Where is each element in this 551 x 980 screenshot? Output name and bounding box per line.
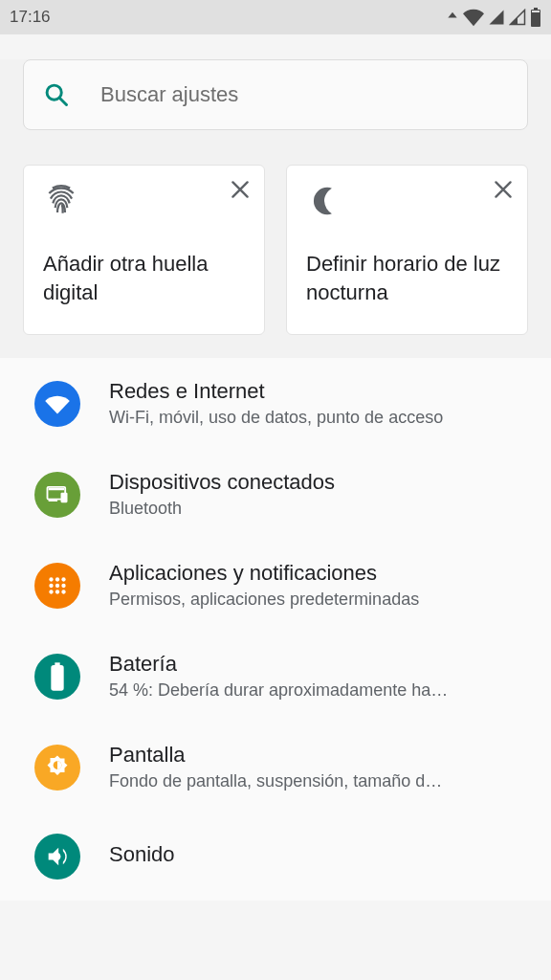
setting-subtitle: 54 %: Debería durar aproximadamente ha… (109, 680, 528, 701)
sound-icon (44, 843, 71, 870)
svg-rect-16 (51, 665, 63, 691)
svg-point-14 (61, 590, 65, 593)
devices-icon-bg (34, 472, 80, 518)
svg-point-10 (55, 583, 59, 587)
close-icon[interactable] (228, 177, 253, 202)
setting-battery[interactable]: Batería 54 %: Debería durar aproximadame… (0, 631, 551, 722)
battery-icon-bg (34, 654, 80, 700)
svg-point-13 (55, 590, 59, 593)
search-settings[interactable]: Buscar ajustes (23, 59, 528, 130)
setting-title: Sonido (109, 842, 528, 867)
battery-icon (50, 662, 65, 691)
svg-point-12 (49, 590, 53, 593)
suggestion-add-fingerprint[interactable]: Añadir otra huella digital (23, 165, 265, 335)
brightness-icon (43, 753, 72, 782)
setting-title: Aplicaciones y notificaciones (109, 561, 528, 586)
settings-list: Redes e Internet Wi-Fi, móvil, uso de da… (0, 358, 551, 901)
svg-rect-15 (55, 662, 59, 665)
svg-point-9 (49, 583, 53, 587)
apps-icon-bg (34, 563, 80, 609)
fingerprint-icon (43, 183, 79, 219)
setting-network[interactable]: Redes e Internet Wi-Fi, móvil, uso de da… (0, 358, 551, 449)
signal-2-icon (509, 9, 526, 26)
setting-subtitle: Wi-Fi, móvil, uso de datos, punto de acc… (109, 408, 528, 428)
setting-subtitle: Permisos, aplicaciones predeterminadas (109, 590, 528, 610)
search-placeholder: Buscar ajustes (100, 82, 238, 107)
wifi-status-icon (463, 7, 484, 28)
wifi-icon (44, 390, 71, 417)
settings-header-area: Buscar ajustes Añadir otra huella digita… (0, 59, 551, 358)
setting-title: Redes e Internet (109, 379, 528, 404)
card-title: Añadir otra huella digital (43, 250, 245, 306)
setting-subtitle: Fondo de pantalla, suspensión, tamaño d… (109, 771, 528, 791)
data-up-icon (446, 11, 459, 24)
setting-connected-devices[interactable]: Dispositivos conectados Bluetooth (0, 449, 551, 540)
svg-rect-2 (532, 11, 540, 12)
svg-point-11 (61, 583, 65, 587)
card-title: Definir horario de luz nocturna (306, 250, 508, 306)
setting-title: Batería (109, 652, 528, 677)
svg-line-4 (60, 99, 67, 105)
svg-point-6 (49, 577, 53, 581)
setting-title: Dispositivos conectados (109, 470, 528, 495)
network-icon-bg (34, 381, 80, 427)
setting-display[interactable]: Pantalla Fondo de pantalla, suspensión, … (0, 722, 551, 813)
setting-sound[interactable]: Sonido (0, 813, 551, 901)
svg-point-7 (55, 577, 59, 581)
display-icon-bg (34, 745, 80, 791)
setting-subtitle: Bluetooth (109, 499, 528, 519)
moon-icon (306, 183, 342, 219)
setting-title: Pantalla (109, 743, 528, 768)
sound-icon-bg (34, 834, 80, 880)
search-icon (43, 81, 70, 108)
close-icon[interactable] (491, 177, 516, 202)
apps-grid-icon (45, 573, 70, 598)
status-icons (446, 7, 541, 28)
suggestion-night-light[interactable]: Definir horario de luz nocturna (286, 165, 528, 335)
devices-icon (44, 481, 71, 508)
suggestion-cards: Añadir otra huella digital Definir horar… (23, 165, 528, 335)
setting-apps-notifications[interactable]: Aplicaciones y notificaciones Permisos, … (0, 540, 551, 631)
signal-1-icon (488, 9, 505, 26)
battery-status-icon (530, 8, 541, 27)
status-bar: 17:16 (0, 0, 551, 34)
svg-point-8 (61, 577, 65, 581)
status-time: 17:16 (10, 8, 51, 27)
svg-rect-1 (534, 8, 538, 10)
